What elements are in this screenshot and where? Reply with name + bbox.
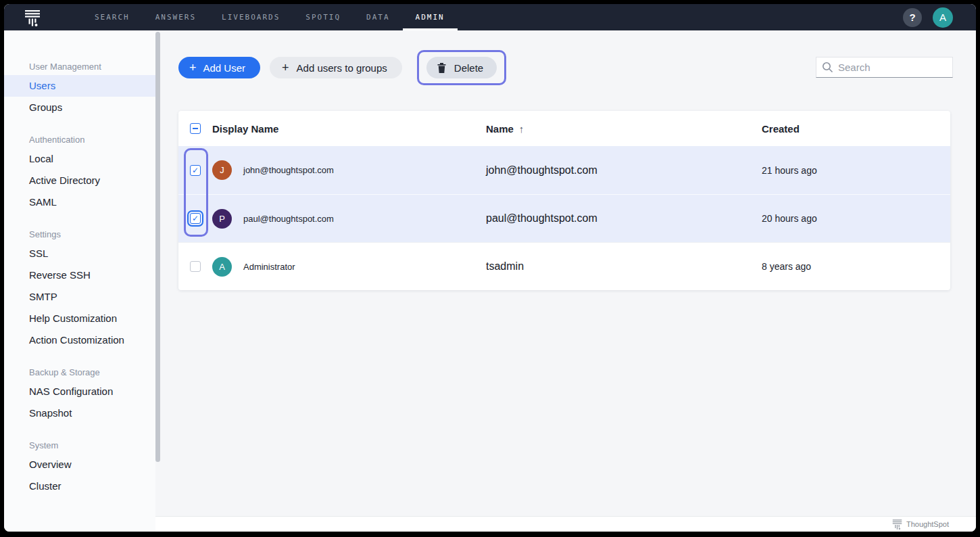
search-box [816, 57, 953, 78]
add-user-button[interactable]: + Add User [178, 57, 260, 78]
sidebar-section-backup-storage: Backup & Storage NAS Configuration Snaps… [4, 366, 155, 424]
display-name-cell: paul@thoughtspot.com [243, 214, 334, 224]
nav-item-admin[interactable]: ADMIN [403, 4, 458, 30]
users-table: Display Name Name↑ Created ✓ J john@thou… [178, 111, 950, 290]
sidebar-item-ssl[interactable]: SSL [4, 243, 155, 264]
sidebar-item-users[interactable]: Users [4, 75, 155, 97]
user-avatar[interactable]: A [933, 7, 953, 28]
table-row-john[interactable]: ✓ J john@thoughtspot.com john@thoughtspo… [178, 146, 950, 194]
sidebar-item-overview[interactable]: Overview [4, 454, 155, 475]
delete-label: Delete [454, 62, 483, 74]
table-row-administrator[interactable]: A Administrator tsadmin 8 years ago [178, 242, 950, 290]
sidebar-item-nas-configuration[interactable]: NAS Configuration [4, 381, 155, 402]
footer-bar: ThoughtSpot [155, 516, 976, 532]
created-cell: 20 hours ago [762, 213, 950, 224]
sidebar-item-active-directory[interactable]: Active Directory [4, 170, 155, 191]
help-button[interactable]: ? [903, 8, 922, 27]
sidebar-item-smtp[interactable]: SMTP [4, 286, 155, 308]
column-header-display-name[interactable]: Display Name [212, 123, 486, 135]
column-header-created[interactable]: Created [762, 123, 950, 135]
screenshot-frame: SEARCH ANSWERS LIVEBOARDS SPOTIQ DATA AD… [0, 0, 980, 537]
nav-item-liveboards[interactable]: LIVEBOARDS [209, 4, 293, 30]
users-admin-content: + Add User + Add users to groups Delete [155, 30, 976, 532]
add-user-label: Add User [203, 62, 246, 74]
users-table-header: Display Name Name↑ Created [178, 111, 950, 146]
column-header-name[interactable]: Name↑ [486, 123, 762, 135]
row-checkbox-john[interactable]: ✓ [190, 165, 201, 176]
table-row-paul[interactable]: ✓ P paul@thoughtspot.com paul@thoughtspo… [178, 194, 950, 242]
nav-item-spotiq[interactable]: SPOTIQ [293, 4, 353, 30]
display-name-cell: Administrator [243, 262, 295, 272]
sidebar-heading-backup-storage: Backup & Storage [4, 366, 155, 379]
indeterminate-mark-icon [193, 128, 198, 129]
select-all-checkbox[interactable] [190, 123, 201, 134]
nav-item-answers[interactable]: ANSWERS [143, 4, 209, 30]
delete-highlight-annotation: Delete [417, 50, 506, 85]
add-users-to-groups-label: Add users to groups [297, 62, 387, 74]
add-users-to-groups-button[interactable]: + Add users to groups [270, 57, 402, 78]
created-cell: 8 years ago [762, 261, 950, 272]
sidebar-item-cluster[interactable]: Cluster [4, 475, 155, 497]
plus-icon: + [282, 61, 289, 75]
sidebar-item-help-customization[interactable]: Help Customization [4, 308, 155, 329]
display-name-cell: john@thoughtspot.com [243, 165, 334, 175]
sidebar-item-groups[interactable]: Groups [4, 97, 155, 118]
row-checkbox-paul[interactable]: ✓ [190, 213, 201, 224]
nav-right-controls: ? A [903, 7, 976, 28]
thoughtspot-footer-logo-icon [892, 519, 902, 530]
top-navigation-bar: SEARCH ANSWERS LIVEBOARDS SPOTIQ DATA AD… [4, 4, 976, 30]
trash-icon [437, 63, 446, 73]
avatar-john: J [212, 160, 232, 180]
nav-item-search[interactable]: SEARCH [82, 4, 143, 30]
sidebar-section-user-management: User Management Users Groups [4, 60, 155, 118]
thoughtspot-app: SEARCH ANSWERS LIVEBOARDS SPOTIQ DATA AD… [4, 4, 976, 532]
sort-ascending-icon: ↑ [519, 123, 524, 135]
users-toolbar: + Add User + Add users to groups Delete [178, 57, 976, 91]
name-cell: john@thoughtspot.com [486, 164, 762, 177]
sidebar-section-settings: Settings SSL Reverse SSH SMTP Help Custo… [4, 228, 155, 351]
nav-item-data[interactable]: DATA [353, 4, 403, 30]
created-cell: 21 hours ago [762, 165, 950, 176]
sidebar-item-reverse-ssh[interactable]: Reverse SSH [4, 264, 155, 286]
nav-items: SEARCH ANSWERS LIVEBOARDS SPOTIQ DATA AD… [82, 4, 458, 30]
sidebar-heading-system: System [4, 439, 155, 452]
sidebar-heading-authentication: Authentication [4, 133, 155, 147]
delete-button[interactable]: Delete [426, 57, 497, 78]
sidebar-item-snapshot[interactable]: Snapshot [4, 402, 155, 424]
thoughtspot-logo-icon[interactable] [24, 9, 41, 26]
plus-icon: + [189, 61, 197, 75]
footer-brand-label: ThoughtSpot [906, 520, 949, 528]
search-icon [822, 62, 833, 73]
avatar-administrator: A [212, 257, 232, 277]
name-cell: tsadmin [486, 260, 762, 273]
sidebar-item-local[interactable]: Local [4, 148, 155, 170]
sidebar-item-action-customization[interactable]: Action Customization [4, 329, 155, 351]
row-checkbox-administrator[interactable] [190, 261, 201, 272]
sidebar-section-authentication: Authentication Local Active Directory SA… [4, 133, 155, 213]
name-cell: paul@thoughtspot.com [486, 212, 762, 225]
sidebar-item-saml[interactable]: SAML [4, 191, 155, 213]
sidebar-heading-settings: Settings [4, 228, 155, 241]
admin-sidebar: User Management Users Groups Authenticat… [4, 30, 155, 532]
sidebar-section-system: System Overview Cluster [4, 439, 155, 497]
column-header-name-label: Name [486, 123, 514, 135]
sidebar-heading-user-management: User Management [4, 60, 155, 74]
sidebar-scrollbar[interactable] [155, 32, 160, 462]
search-input[interactable] [816, 57, 953, 78]
avatar-paul: P [212, 209, 232, 229]
